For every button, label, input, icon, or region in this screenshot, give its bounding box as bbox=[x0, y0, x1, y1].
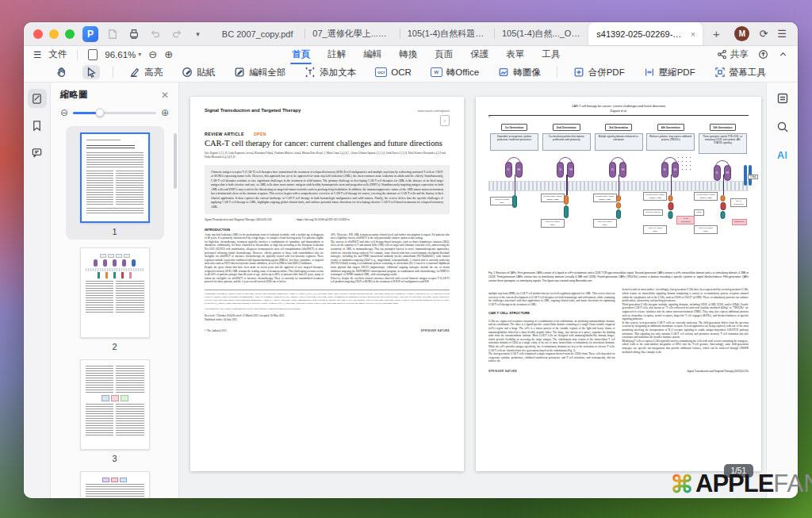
close-window-button[interactable] bbox=[33, 29, 43, 39]
document-viewer[interactable]: Signal Transduction and Targeted Therapy… bbox=[179, 82, 766, 498]
panel-scrollbar[interactable] bbox=[174, 133, 177, 189]
traffic-lights bbox=[24, 22, 82, 45]
doi-link: ; https://doi.org/10.1038/s41392-025-022… bbox=[295, 218, 349, 221]
paper-title: CAR-T cell therapy for cancer: current c… bbox=[205, 139, 450, 148]
add-text-tool[interactable]: 添加文本 bbox=[301, 65, 359, 80]
zoom-window-button[interactable] bbox=[65, 29, 75, 39]
thumbnail-page-1[interactable]: 1 bbox=[66, 126, 164, 240]
sync-icon[interactable]: ⟳ bbox=[759, 28, 768, 40]
thumbnails-panel-icon[interactable] bbox=[28, 89, 47, 108]
upload-cloud-icon[interactable] bbox=[758, 49, 768, 59]
zoom-out-button[interactable]: ⊖ bbox=[148, 48, 157, 60]
hand-tool[interactable] bbox=[52, 65, 70, 79]
select-tool[interactable] bbox=[82, 65, 100, 79]
sticker-tool[interactable]: 貼紙 bbox=[178, 65, 218, 80]
menu-icon[interactable]: ☰ bbox=[777, 28, 787, 40]
compress-icon bbox=[644, 67, 655, 78]
close-tab-icon[interactable]: × bbox=[691, 29, 695, 39]
tab-tools[interactable]: 工具 bbox=[542, 47, 560, 62]
pdf-page-1: Signal Transduction and Targeted Therapy… bbox=[190, 97, 464, 471]
copyright: © The Author(s) 2025 bbox=[205, 329, 226, 332]
tab-document-3[interactable]: 105(1-4)自然科題本.pdf bbox=[400, 22, 494, 45]
pdf-reader-window: P ▾ BC 2007_copy.pdf 07_選修化學上..._ch5.pdf… bbox=[24, 22, 798, 498]
tool-label: 壓縮PDF bbox=[659, 67, 695, 79]
convert-image-tool[interactable]: 轉圖像 bbox=[495, 65, 544, 80]
running-head-authors: Zugasti et al. bbox=[488, 109, 749, 114]
tab-label: 07_選修化學上..._ch5.pdf bbox=[312, 28, 391, 40]
merge-pdf-tool[interactable]: 合併PDF bbox=[570, 65, 628, 80]
edit-all-tool[interactable]: 編輯全部 bbox=[231, 65, 289, 80]
thumbnail-page-3[interactable]: 3 bbox=[80, 359, 150, 463]
signal-label: TCR-type signal CD3ζ bbox=[694, 225, 718, 233]
body-column-1: multiple myeloma (MM), no CAR-T cell pro… bbox=[488, 288, 615, 363]
watermark-apple-text: APPLE bbox=[695, 470, 773, 498]
bookmarks-panel-icon[interactable] bbox=[28, 116, 47, 135]
file-menu[interactable]: 文件 bbox=[48, 48, 67, 60]
tab-annotate[interactable]: 註解 bbox=[327, 47, 346, 62]
search-icon[interactable] bbox=[776, 121, 789, 136]
tab-document-active[interactable]: s41392-025-02269-w.pdf × bbox=[588, 22, 703, 45]
file-menu-icon[interactable]: ☰ bbox=[33, 49, 41, 60]
image-icon bbox=[498, 67, 509, 78]
print-icon[interactable] bbox=[128, 28, 140, 40]
divider bbox=[557, 67, 557, 78]
highlighter-icon bbox=[129, 67, 140, 78]
signal-label: TCR-type signal CD3ζ bbox=[643, 225, 667, 233]
section-heading-introduction: INTRODUCTION bbox=[205, 228, 450, 232]
tab-document-4[interactable]: 105(1-4)自然..._OCR.pdf * bbox=[494, 22, 588, 45]
intracellular-gen-4: Co-stimulatory signal (CD28/4-1BB) Cytok… bbox=[646, 192, 695, 241]
compress-pdf-tool[interactable]: 壓縮PDF bbox=[641, 65, 699, 80]
collapse-toolbar-icon[interactable] bbox=[778, 49, 788, 59]
account-avatar[interactable]: M bbox=[734, 26, 749, 41]
share-button[interactable]: 共享 bbox=[717, 48, 749, 60]
pdf-page-2: 2 CAR-T cell therapy for cancer: current… bbox=[476, 97, 761, 471]
zoom-in-button[interactable]: ⊕ bbox=[164, 48, 173, 60]
tab-convert[interactable]: 轉換 bbox=[399, 47, 417, 62]
thumbnail-size-slider[interactable] bbox=[73, 112, 156, 114]
undo-icon[interactable] bbox=[149, 28, 161, 40]
thumb-zoom-in-icon[interactable]: ⊕ bbox=[161, 107, 169, 118]
ai-assistant-button[interactable]: AI bbox=[777, 149, 787, 161]
highlight-tool[interactable]: 高亮 bbox=[126, 65, 166, 80]
thumbnail-page-2[interactable]: 2 bbox=[80, 247, 150, 351]
titlebar-right: M ⟳ ☰ bbox=[730, 22, 798, 45]
export-icon[interactable] bbox=[106, 28, 118, 40]
tab-page[interactable]: 頁面 bbox=[435, 47, 453, 62]
tab-document-2[interactable]: 07_選修化學上..._ch5.pdf bbox=[304, 22, 399, 45]
thumb-zoom-out-icon[interactable]: ⊖ bbox=[60, 107, 68, 118]
tool-label: 貼紙 bbox=[197, 67, 215, 79]
intracellular-gen-2: Co-stimulatory signal (CD28/4-1BB) TCR-t… bbox=[542, 192, 591, 241]
target-gene-label: target gene bbox=[732, 219, 747, 224]
menubar-left: ☰ 文件 96.61% ▾ ⊖ ⊕ bbox=[33, 48, 173, 60]
page-view-icon[interactable] bbox=[88, 49, 98, 60]
document-info-icon[interactable] bbox=[776, 92, 789, 108]
tab-form[interactable]: 表單 bbox=[506, 47, 524, 62]
toolbar: 高亮 貼紙 編輯全部 添加文本 ocrOCR W轉Office 轉圖像 合併PD… bbox=[24, 63, 798, 82]
slider-knob[interactable] bbox=[95, 109, 104, 117]
tab-edit[interactable]: 編輯 bbox=[363, 47, 381, 62]
new-tab-button[interactable]: + bbox=[703, 22, 730, 45]
tab-bar: BC 2007_copy.pdf 07_選修化學上..._ch5.pdf 105… bbox=[210, 22, 730, 45]
body-column-2: desired results in most studies. Accordi… bbox=[622, 288, 749, 363]
chevron-down-icon[interactable]: ▾ bbox=[192, 28, 204, 40]
thumbnail-list[interactable]: 1 bbox=[51, 123, 178, 498]
menubar: ☰ 文件 96.61% ▾ ⊖ ⊕ 首頁 註解 編輯 轉換 頁面 保護 表單 工… bbox=[24, 46, 798, 63]
thumbnail-page-4[interactable] bbox=[80, 471, 150, 498]
ocr-tool[interactable]: ocrOCR bbox=[372, 66, 415, 79]
minimize-window-button[interactable] bbox=[49, 29, 59, 39]
publisher-logo-text: SPRINGER NATURE bbox=[488, 370, 517, 373]
thumbnail-preview bbox=[80, 359, 150, 450]
annotations-panel-icon[interactable] bbox=[28, 143, 47, 162]
panel-title: 縮略圖 bbox=[60, 89, 88, 101]
publisher-logo-text: SPRINGER NATURE bbox=[421, 329, 450, 332]
citation: Signal Transduction and Targeted Therapy… bbox=[205, 218, 271, 221]
tab-document-1[interactable]: BC 2007_copy.pdf bbox=[210, 22, 304, 45]
close-panel-icon[interactable]: ✕ bbox=[161, 90, 169, 101]
redo-icon[interactable] bbox=[170, 28, 182, 40]
office-icon: W bbox=[431, 67, 442, 77]
tab-home[interactable]: 首頁 bbox=[292, 47, 310, 62]
zoom-level-control[interactable]: 96.61% ▾ bbox=[105, 50, 141, 59]
convert-office-tool[interactable]: W轉Office bbox=[427, 65, 482, 80]
tab-protect[interactable]: 保護 bbox=[470, 47, 488, 62]
screen-tools[interactable]: 螢幕工具 bbox=[711, 65, 769, 80]
